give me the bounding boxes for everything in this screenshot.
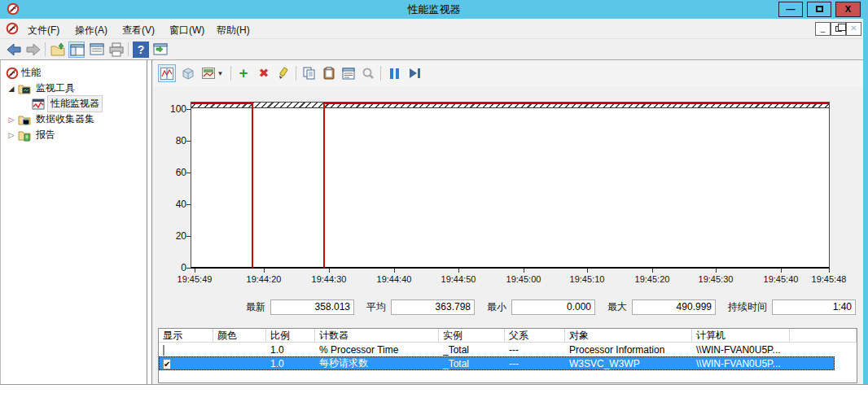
view-histogram-icon[interactable] [179,64,197,82]
menu-help[interactable]: 帮助(H) [213,23,253,38]
show-checkbox[interactable] [159,344,213,356]
stat-duration-value: 1:40 [772,299,856,315]
checkbox-unchecked[interactable] [163,345,164,356]
tree-item-data-collector-sets[interactable]: ▷ 数据收集器集 [7,111,97,127]
cell-computer: \\WIN-FVAN0U5P... [692,358,790,369]
cell-instance: _Total [439,358,505,369]
console-tree-toggle-icon[interactable] [68,42,85,58]
mdi-restore-button[interactable] [831,22,846,36]
x-tick-mark [652,269,653,273]
dropdown-arrow-icon[interactable]: ▼ [217,70,224,77]
menu-bar: 文件(F) 操作(A) 查看(V) 窗口(W) 帮助(H) _ ✕ [0,19,868,39]
highlight-icon[interactable] [274,64,292,82]
series-line-top-segment [324,103,829,104]
back-icon[interactable] [6,42,22,58]
tree-item-performance[interactable]: 性能 [6,65,43,81]
window-frame-right [863,19,868,384]
menu-file[interactable]: 文件(F) [24,23,63,38]
col-show[interactable]: 显示 [159,329,213,343]
new-window-icon[interactable] [152,42,169,58]
col-empty [790,329,857,343]
add-counter-icon[interactable]: + [235,64,252,82]
show-checkbox[interactable]: ✔ [159,358,213,369]
checkbox-checked[interactable]: ✔ [163,359,171,369]
menu-window[interactable]: 窗口(W) [166,23,208,38]
col-scale[interactable]: 比例 [266,329,315,343]
close-button[interactable]: X [835,2,861,17]
expander-closed-icon[interactable]: ▷ [7,131,15,139]
menu-action[interactable]: 操作(A) [72,23,111,38]
tree-item-perf-monitor[interactable]: 性能监视器 [32,96,103,111]
col-parent[interactable]: 父系 [505,329,565,343]
col-object[interactable]: 对象 [565,329,692,343]
col-color[interactable]: 颜色 [213,329,266,343]
toolbar-separator [296,66,296,81]
cell-parent: --- [505,358,565,369]
col-computer[interactable]: 计算机 [692,329,790,343]
mdi-close-button[interactable]: ✕ [846,22,861,36]
x-tick-label: 19:45:00 [495,274,552,284]
maximize-button[interactable] [807,2,831,17]
view-line-chart-icon[interactable] [158,64,176,82]
y-tick-mark [186,141,191,142]
play-to-end-icon [410,68,420,78]
tree-item-monitor-tools[interactable]: ◢ 监视工具 [7,81,77,96]
color-swatch [213,344,266,356]
update-data-icon[interactable] [406,64,423,82]
y-tick-mark [186,204,191,205]
perfmon-small-icon [6,22,19,35]
help-icon[interactable]: ? [133,42,149,58]
background-below-window [0,385,868,402]
export-list-icon[interactable] [89,42,105,58]
maximize-icon [816,6,823,12]
forward-icon[interactable] [25,42,42,58]
mdi-minimize-button[interactable]: _ [815,22,831,36]
minimize-button[interactable]: — [778,2,803,17]
properties-icon[interactable] [340,64,357,82]
expander-closed-icon[interactable]: ▷ [7,116,15,124]
expander-open-icon[interactable]: ◢ [7,85,15,93]
chart-plot-area[interactable] [191,102,830,269]
change-graph-type-icon[interactable]: ▼ [200,64,225,82]
tree-item-reports[interactable]: ▷ 报告 [7,127,58,142]
cell-object: W3SVC_W3WP [565,358,692,369]
y-tick-label: 80 [159,135,186,146]
stat-minimum-value: 0.000 [511,299,595,315]
color-swatch [213,358,266,369]
console-toolbar: ? [0,39,868,60]
y-tick-label: 0 [159,262,186,273]
col-counter[interactable]: 计数器 [315,329,439,343]
menu-view[interactable]: 查看(V) [119,23,158,38]
perfmon-view-pane: ▼ + ✖ [151,60,863,384]
title-bar: 性能监视器 — X [0,0,868,19]
y-tick-mark [186,173,191,173]
stat-latest-value: 358.013 [270,299,354,315]
stat-maximum-value: 490.999 [632,299,716,315]
cell-instance: _Total [439,344,505,356]
y-tick-mark [186,268,191,269]
counter-row-requests-per-sec[interactable]: ✔ 1.0 每秒请求数 _Total --- W3SVC_W3WP \\WIN-… [159,356,857,370]
reports-folder-icon [18,129,31,142]
up-folder-icon[interactable] [50,42,66,58]
x-tick-label: 19:45:10 [559,274,616,284]
cell-scale: 1.0 [266,358,315,369]
print-icon[interactable] [108,42,125,58]
perfmon-window: 性能监视器 — X 文件(F) 操作(A) 查看(V) 窗口(W) 帮助(H) … [0,0,868,402]
tree-label-perf-monitor: 性能监视器 [47,95,103,112]
col-instance[interactable]: 实例 [439,329,505,343]
zoom-icon[interactable] [359,64,377,82]
x-tick-mark [458,269,459,273]
toolbar-separator [128,42,129,56]
counter-row-processor-time[interactable]: 1.0 % Processor Time _Total --- Processo… [159,343,857,356]
freeze-display-icon[interactable] [385,64,403,82]
y-tick-label: 60 [159,167,186,178]
copy-properties-icon[interactable] [300,64,318,82]
series-line-drop [252,103,253,268]
stat-minimum-label: 最小 [487,300,506,314]
x-tick-mark [394,269,395,273]
delete-counter-icon[interactable]: ✖ [255,64,273,82]
counter-table: 显示 颜色 比例 计数器 实例 父系 对象 计算机 1.0 % Processo… [158,328,857,383]
cell-object: Processor Information [565,344,692,356]
paste-counter-list-icon[interactable] [320,64,338,82]
x-tick-label: 19:44:40 [366,274,423,284]
